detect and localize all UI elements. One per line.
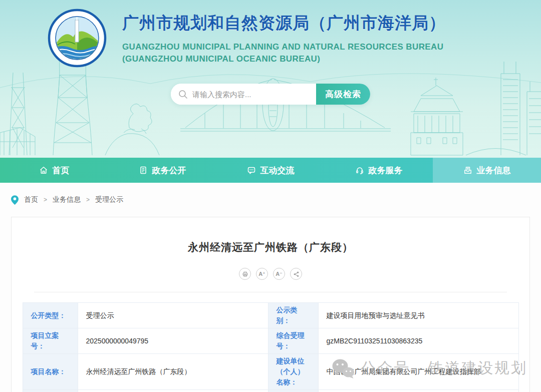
breadcrumb-separator: >: [44, 196, 47, 203]
field-value: gzMB2C911032511030863235: [318, 328, 518, 354]
breadcrumb-item-current: 受理公示: [95, 195, 123, 204]
nav-label: 政务公开: [152, 165, 186, 176]
field-value: 受理公示: [78, 303, 268, 328]
main-nav: 首页 政务公开 互动交流 政务服务: [0, 158, 541, 183]
article-title: 永州经清远至广州铁路（广东段）: [12, 240, 529, 254]
breadcrumb: 首页 > 业务信息 > 受理公示: [0, 183, 541, 217]
search-bar: 高级检索: [171, 84, 370, 105]
field-label: 建设单位（个人）名称：: [268, 354, 318, 390]
field-label: 公示日期：: [268, 390, 318, 392]
field-label: 公开类型：: [23, 303, 78, 328]
field-value: 2025-11-03: [318, 390, 518, 392]
search-input[interactable]: [192, 90, 316, 99]
field-value: 中国铁路广州局集团有限公司广州工程建设指挥部: [318, 354, 518, 390]
nav-item-interaction[interactable]: 互动交流: [216, 158, 325, 183]
bureau-logo: [47, 8, 107, 68]
article-card: 永州经清远至广州铁路（广东段） A⁺ A⁻ 公开类型： 受理公示 公示类别： 建…: [11, 217, 530, 392]
font-increase-button[interactable]: A⁺: [256, 268, 268, 280]
print-button[interactable]: [239, 268, 251, 280]
field-label: 项目名称：: [23, 354, 78, 390]
city-skyline-illustration: [0, 53, 541, 158]
site-brand: 广州市规划和自然资源局（广州市海洋局） GUANGZHOU MUNICIPAL …: [47, 8, 446, 68]
site-header: 广州市规划和自然资源局（广州市海洋局） GUANGZHOU MUNICIPAL …: [0, 0, 541, 158]
share-button[interactable]: [290, 268, 302, 280]
table-row: 项目名称： 永州经清远至广州铁路（广东段） 建设单位（个人）名称： 中国铁路广州…: [23, 354, 518, 390]
breadcrumb-item-business-info[interactable]: 业务信息: [53, 195, 81, 204]
table-row: 项目立案号： 2025000000049795 综合受理号： gzMB2C911…: [23, 328, 518, 354]
inbox-icon: [463, 166, 472, 175]
nav-item-government-disclosure[interactable]: 政务公开: [108, 158, 216, 183]
site-subtitle-en-1: GUANGZHOU MUNICIPAL PLANNING AND NATURAL…: [122, 42, 446, 52]
article-toolbar: A⁺ A⁻: [12, 268, 529, 280]
printer-icon: [242, 271, 248, 277]
nav-label: 互动交流: [260, 165, 295, 176]
field-value: 建设项目用地预审与选址意见书: [318, 303, 518, 328]
search-icon: [178, 90, 188, 99]
table-row: 公开类型： 受理公示 公示类别： 建设项目用地预审与选址意见书: [23, 303, 518, 328]
location-pin-icon: [11, 195, 19, 205]
nav-item-home[interactable]: 首页: [0, 158, 108, 183]
field-value: 永州经清远至广州铁路（广东段）: [78, 354, 268, 390]
nav-label: 政务服务: [369, 165, 403, 176]
field-label: 综合受理号：: [268, 328, 318, 354]
field-value: 广州市清远市连州市、阳山县、清新区、清城区；广州市花都区、白云区: [78, 390, 268, 392]
chat-icon: [247, 166, 256, 175]
field-value: 2025000000049795: [78, 328, 268, 354]
home-icon: [39, 166, 48, 175]
field-label: 项目立案号：: [23, 328, 78, 354]
field-label: 建设位置：: [23, 390, 78, 392]
nav-item-government-services[interactable]: 政务服务: [325, 158, 433, 183]
nav-label: 业务信息: [477, 165, 511, 176]
nav-item-business-info[interactable]: 业务信息: [433, 158, 541, 183]
table-row: 建设位置： 广州市清远市连州市、阳山县、清新区、清城区；广州市花都区、白云区 公…: [23, 390, 518, 392]
breadcrumb-item-home[interactable]: 首页: [24, 195, 38, 204]
headset-icon: [355, 166, 364, 175]
advanced-search-button[interactable]: 高级检索: [316, 84, 370, 105]
divider: [34, 292, 507, 292]
search-input-wrap: [171, 84, 316, 105]
document-icon: [139, 166, 148, 175]
font-decrease-button[interactable]: A⁻: [273, 268, 285, 280]
field-label: 公示类别：: [268, 303, 318, 328]
breadcrumb-separator: >: [86, 196, 90, 203]
site-subtitle-en-2: (GUANGZHOU MUNICIPAL OCEANIC BUREAU): [122, 54, 446, 64]
site-title: 广州市规划和自然资源局（广州市海洋局）: [122, 12, 446, 35]
project-info-table: 公开类型： 受理公示 公示类别： 建设项目用地预审与选址意见书 项目立案号： 2…: [23, 302, 519, 392]
share-icon: [293, 271, 300, 277]
nav-label: 首页: [53, 165, 70, 176]
